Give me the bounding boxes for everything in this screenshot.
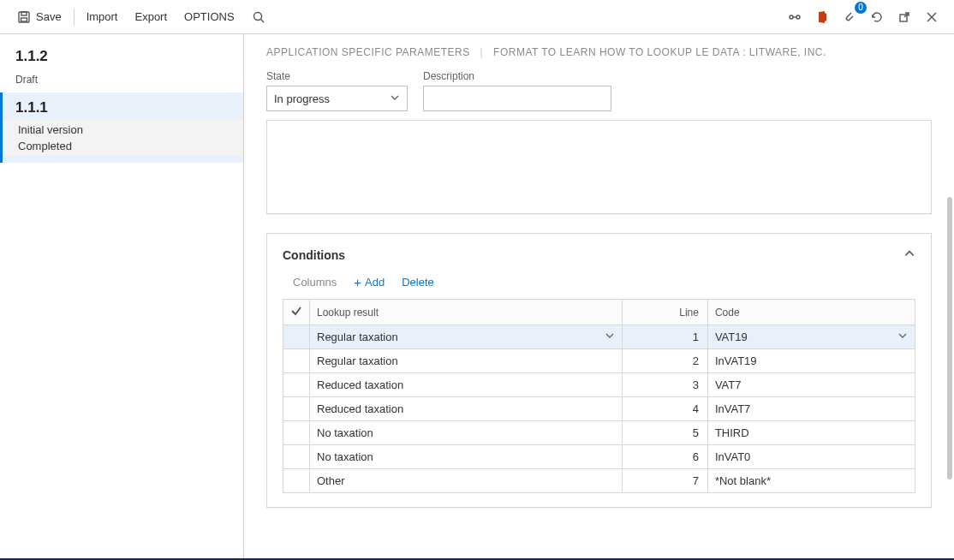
line-cell[interactable]: 5 <box>622 421 707 445</box>
row-select-cell[interactable] <box>283 373 310 397</box>
svg-rect-0 <box>19 12 29 22</box>
table-row[interactable]: Regular taxation2InVAT19 <box>283 349 915 373</box>
row-select-cell[interactable] <box>283 445 310 469</box>
chevron-down-icon <box>605 331 615 343</box>
lookup-cell[interactable]: No taxation <box>310 445 623 469</box>
lookup-cell[interactable]: No taxation <box>310 421 623 445</box>
scrollbar[interactable] <box>947 197 952 480</box>
table-row[interactable]: No taxation5THIRD <box>283 421 915 445</box>
version-item[interactable]: 1.1.2 Draft <box>0 41 243 92</box>
version-sidebar: 1.1.2 Draft 1.1.1 Initial version Comple… <box>0 34 244 560</box>
toolbar-right: 0 <box>781 5 945 29</box>
line-cell[interactable]: 7 <box>622 469 707 493</box>
lookup-cell[interactable]: Reduced taxation <box>310 373 623 397</box>
refresh-button[interactable] <box>863 5 891 29</box>
attach-icon <box>843 10 856 24</box>
col-line[interactable]: Line <box>622 300 707 325</box>
lookup-cell[interactable]: Other <box>310 469 623 493</box>
conditions-header: Conditions <box>267 234 931 271</box>
col-select[interactable] <box>283 300 310 325</box>
version-title: 1.1.1 <box>15 99 228 116</box>
delete-button[interactable]: Delete <box>402 276 434 289</box>
table-row[interactable]: Reduced taxation3VAT7 <box>283 373 915 397</box>
notifications-button[interactable]: 0 <box>836 5 863 29</box>
conditions-grid: Lookup result Line Code Regular taxation… <box>283 299 915 493</box>
options-button[interactable]: OPTIONS <box>176 5 243 28</box>
breadcrumb: APPLICATION SPECIFIC PARAMETERS | FORMAT… <box>266 46 932 58</box>
upper-panel <box>266 120 932 214</box>
import-label: Import <box>86 10 118 23</box>
row-select-cell[interactable] <box>283 421 310 445</box>
line-cell[interactable]: 3 <box>622 373 707 397</box>
header-fields: State In progress Description <box>266 70 932 111</box>
office-button[interactable] <box>808 5 836 29</box>
code-cell[interactable]: *Not blank* <box>707 469 915 493</box>
state-value: In progress <box>274 92 330 105</box>
lookup-cell[interactable]: Regular taxation <box>310 349 623 373</box>
state-select[interactable]: In progress <box>266 86 408 111</box>
code-cell[interactable]: InVAT19 <box>707 349 915 373</box>
row-select-cell[interactable] <box>283 397 310 421</box>
version-status-line: Completed <box>15 138 243 154</box>
code-cell[interactable]: VAT7 <box>707 373 915 397</box>
options-label: OPTIONS <box>184 10 235 23</box>
connector-button[interactable] <box>781 5 808 29</box>
columns-button[interactable]: Columns <box>293 276 337 289</box>
save-label: Save <box>36 10 62 23</box>
import-button[interactable]: Import <box>78 5 127 28</box>
row-select-cell[interactable] <box>283 469 310 493</box>
close-button[interactable] <box>918 5 945 29</box>
grid-header-row: Lookup result Line Code <box>283 300 915 325</box>
save-button[interactable]: Save <box>9 5 70 29</box>
line-cell[interactable]: 4 <box>622 397 707 421</box>
breadcrumb-part: FORMAT TO LEARN HOW TO LOOKUP LE DATA : … <box>493 46 826 58</box>
line-cell[interactable]: 2 <box>622 349 707 373</box>
description-label: Description <box>423 70 611 82</box>
search-button[interactable] <box>243 5 274 29</box>
line-cell[interactable]: 6 <box>622 445 707 469</box>
plus-icon: + <box>354 276 361 289</box>
row-select-cell[interactable] <box>283 349 310 373</box>
table-row[interactable]: Reduced taxation4InVAT7 <box>283 397 915 421</box>
connector-icon <box>788 10 802 24</box>
table-row[interactable]: Other7*Not blank* <box>283 469 915 493</box>
chevron-down-icon <box>897 331 908 343</box>
table-row[interactable]: No taxation6InVAT0 <box>283 445 915 469</box>
collapse-button[interactable] <box>903 247 915 262</box>
conditions-panel: Conditions Columns + Add Delete <box>266 233 932 508</box>
refresh-icon <box>870 10 884 24</box>
lookup-cell[interactable]: Regular taxation <box>310 325 623 349</box>
row-select-cell[interactable] <box>283 325 310 349</box>
table-row[interactable]: Regular taxation1VAT19 <box>283 325 915 349</box>
code-cell[interactable]: InVAT0 <box>707 445 915 469</box>
breadcrumb-separator: | <box>480 46 484 58</box>
svg-rect-1 <box>21 12 27 15</box>
svg-point-6 <box>796 15 800 19</box>
lookup-cell[interactable]: Reduced taxation <box>310 397 623 421</box>
col-lookup[interactable]: Lookup result <box>310 300 623 325</box>
add-button[interactable]: + Add <box>354 276 385 289</box>
svg-point-3 <box>253 12 261 20</box>
popout-button[interactable] <box>891 5 918 29</box>
popout-icon <box>897 10 911 24</box>
search-icon <box>252 10 265 24</box>
state-field: State In progress <box>266 70 408 111</box>
line-cell[interactable]: 1 <box>622 325 707 349</box>
version-item-selected[interactable]: 1.1.1 Initial version Completed <box>0 92 243 163</box>
version-title: 1.1.2 <box>15 48 228 65</box>
description-input[interactable] <box>423 86 611 111</box>
breadcrumb-part: APPLICATION SPECIFIC PARAMETERS <box>266 46 470 58</box>
code-cell[interactable]: VAT19 <box>707 325 915 349</box>
svg-rect-2 <box>21 18 27 21</box>
version-substatus: Initial version Completed <box>3 120 243 156</box>
check-icon <box>290 307 302 319</box>
export-button[interactable]: Export <box>126 5 176 28</box>
version-status-line: Initial version <box>15 122 243 138</box>
conditions-actions: Columns + Add Delete <box>267 271 931 299</box>
code-cell[interactable]: THIRD <box>707 421 915 445</box>
state-label: State <box>266 70 408 82</box>
col-code[interactable]: Code <box>707 300 915 325</box>
version-status: Draft <box>15 74 228 86</box>
svg-line-4 <box>260 19 264 22</box>
code-cell[interactable]: InVAT7 <box>707 397 915 421</box>
